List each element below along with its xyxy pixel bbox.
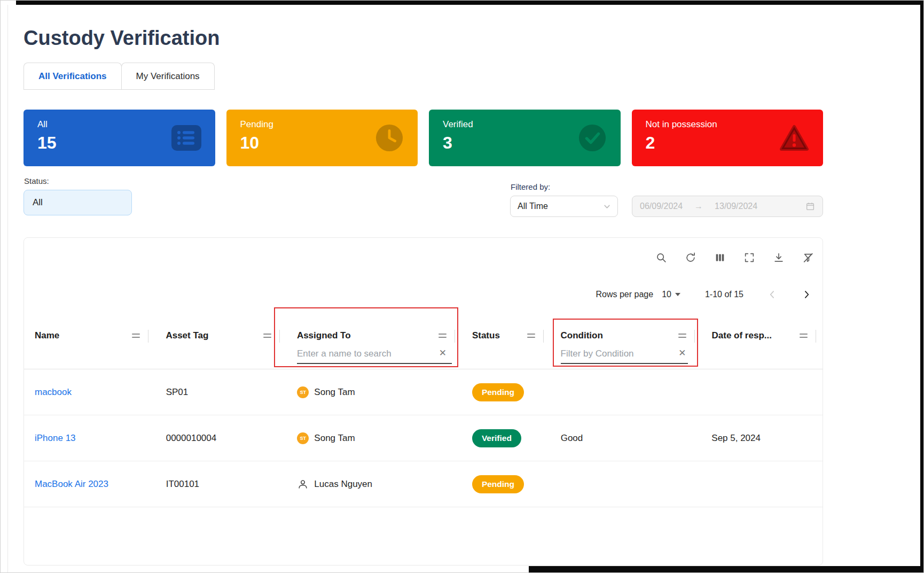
column-label: Condition (561, 330, 603, 341)
fullscreen-icon[interactable] (743, 252, 755, 264)
list-icon (171, 125, 201, 151)
date-range-picker[interactable]: 06/09/2024 → 13/09/2024 (632, 196, 823, 217)
asset-tag-value: SP01 (166, 387, 189, 398)
status-filter-select[interactable]: All (24, 190, 132, 215)
column-label: Asset Tag (166, 330, 208, 341)
warning-triangle-icon (779, 124, 809, 152)
search-icon[interactable] (655, 252, 667, 264)
table-header-row: Name Asset Tag Assigned To (24, 319, 823, 369)
time-filter-value: All Time (518, 202, 548, 211)
tab-bar: All Verifications My Verifications (24, 63, 215, 90)
column-separator (279, 330, 280, 343)
asset-tag-value: IT00101 (166, 479, 199, 490)
column-label: Status (472, 330, 500, 341)
column-separator (148, 330, 148, 343)
drag-handle-icon[interactable] (437, 331, 448, 340)
table-toolbar (655, 252, 814, 264)
column-separator (694, 330, 695, 343)
asset-name-link[interactable]: MacBook Air 2023 (35, 479, 108, 490)
condition-value: Good (561, 433, 583, 444)
page-title: Custody Verification (24, 27, 220, 50)
table-row: iPhone 13 0000010004 ST Song Tam Verifie… (24, 415, 823, 461)
status-badge: Pending (472, 475, 524, 493)
chevron-down-icon (604, 203, 610, 210)
table-row: macbook SP01 ST Song Tam Pending (24, 369, 823, 415)
drag-handle-icon[interactable] (798, 331, 809, 340)
avatar: ST (297, 386, 309, 398)
column-header-date-of-response: Date of resp... (701, 319, 823, 369)
rows-per-page-select[interactable]: 10 (662, 290, 680, 299)
next-page-button[interactable] (801, 289, 812, 300)
stat-card-pending[interactable]: Pending 10 (226, 110, 418, 166)
column-label: Name (35, 330, 59, 341)
clear-filter-icon[interactable]: ✕ (439, 347, 447, 359)
columns-icon[interactable] (714, 252, 726, 264)
drag-handle-icon[interactable] (131, 331, 141, 340)
table-row: MacBook Air 2023 IT00101 Lucas Nguyen Pe… (24, 461, 823, 507)
time-filter-select[interactable]: All Time (510, 196, 618, 217)
verifications-table: Rows per page 10 1-10 of 15 Name Asset (24, 237, 823, 566)
person-icon (297, 478, 309, 490)
assigned-to-value: Song Tam (314, 433, 355, 444)
condition-filter-input[interactable] (561, 347, 688, 364)
stat-card-all[interactable]: All 15 (24, 110, 215, 166)
window-right-edge (920, 0, 924, 573)
check-circle-icon (578, 123, 607, 152)
assigned-to-value: Lucas Nguyen (314, 479, 372, 490)
drag-handle-icon[interactable] (262, 331, 272, 340)
caret-down-icon (675, 293, 680, 296)
asset-name-link[interactable]: iPhone 13 (35, 433, 76, 444)
rows-per-page-value: 10 (662, 290, 671, 299)
status-badge: Pending (472, 383, 524, 401)
content-left-divider (7, 5, 8, 573)
column-label: Assigned To (297, 330, 351, 341)
assigned-to-filter-input[interactable] (297, 347, 452, 364)
column-header-assigned-to: Assigned To ✕ (286, 319, 461, 369)
table-pagination: Rows per page 10 1-10 of 15 (596, 289, 812, 300)
window-bottom-edge (529, 566, 924, 573)
refresh-icon[interactable] (685, 252, 696, 264)
asset-tag-value: 0000010004 (166, 433, 217, 444)
column-separator (543, 330, 544, 343)
clock-icon (375, 123, 404, 152)
stat-card-not-in-possession[interactable]: Not in possession 2 (632, 110, 824, 166)
stat-cards: All 15 Pending 10 Verified 3 Not in poss… (24, 110, 823, 166)
column-separator (816, 330, 816, 343)
date-of-response-value: Sep 5, 2024 (711, 433, 761, 444)
column-header-name: Name (24, 319, 155, 369)
previous-page-button[interactable] (767, 289, 778, 300)
tab-all-verifications[interactable]: All Verifications (24, 63, 122, 89)
download-icon[interactable] (773, 252, 785, 264)
filter-off-icon[interactable] (802, 252, 814, 264)
filtered-by-label: Filtered by: (511, 182, 550, 191)
pagination-range: 1-10 of 15 (705, 290, 743, 299)
column-header-asset-tag: Asset Tag (155, 319, 286, 369)
window-top-edge (16, 0, 924, 5)
drag-handle-icon[interactable] (526, 331, 536, 340)
date-to-value: 13/09/2024 (715, 202, 757, 211)
avatar: ST (297, 432, 309, 444)
arrow-right-icon: → (694, 202, 703, 211)
column-header-condition: Condition ✕ (550, 319, 701, 369)
tab-my-verifications[interactable]: My Verifications (121, 63, 215, 89)
stat-card-verified[interactable]: Verified 3 (429, 110, 621, 166)
column-header-status: Status (461, 319, 550, 369)
drag-handle-icon[interactable] (677, 331, 687, 340)
assigned-to-value: Song Tam (314, 387, 355, 398)
status-badge: Verified (472, 429, 521, 447)
rows-per-page-label: Rows per page (596, 290, 654, 299)
column-label: Date of resp... (712, 330, 772, 341)
asset-name-link[interactable]: macbook (35, 387, 72, 398)
status-filter-label: Status: (24, 176, 49, 185)
status-filter-value: All (33, 197, 43, 208)
calendar-icon (805, 202, 815, 211)
date-from-value: 06/09/2024 (640, 202, 683, 211)
clear-filter-icon[interactable]: ✕ (678, 347, 686, 359)
column-separator (455, 330, 455, 343)
